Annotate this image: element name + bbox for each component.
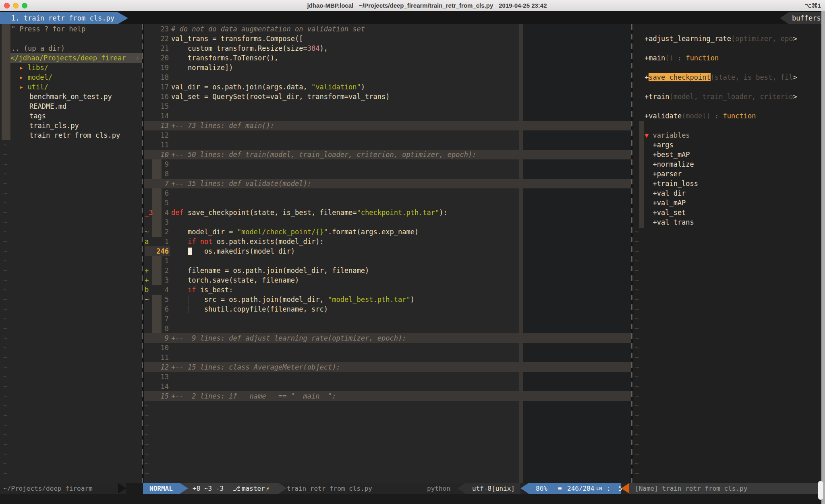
tag-item[interactable]: +train(model, train_loader, criterio> (633, 92, 825, 101)
close-button[interactable] (4, 3, 10, 8)
nerdtree-item[interactable]: ▸ model/ (0, 72, 142, 82)
tilde-marker: ~ (3, 246, 7, 256)
tag-item[interactable]: +best_mAP (633, 150, 825, 159)
code-line[interactable]: 5~ src = os.path.join(model_dir, "model_… (144, 295, 631, 304)
tag-item[interactable]: +validate(model) : function (633, 111, 825, 121)
code-line[interactable]: 23# do not do data augmentation on valid… (144, 24, 631, 34)
tag-item[interactable]: +train_loss (633, 179, 825, 188)
code-line[interactable]: 2+ filename = os.path.join(model_dir, fi… (144, 266, 631, 275)
tilde-marker: ~ (145, 401, 149, 411)
code-line[interactable]: 16val_set = QuerySet(root=val_dir, trans… (144, 92, 631, 101)
code-line[interactable]: 6 (144, 188, 631, 198)
fold-line[interactable]: 13+-- 73 lines: def main(): (144, 121, 631, 130)
line-text: def save_checkpoint(state, is_best, file… (171, 208, 448, 217)
code-line[interactable]: 19 normalize]) (144, 63, 631, 72)
macos-scrollbar-track[interactable] (821, 11, 825, 504)
code-line[interactable]: 3+ torch.save(state, filename) (144, 275, 631, 285)
scroll-percent: 86% (536, 483, 547, 494)
tag-item[interactable]: +args (633, 140, 825, 150)
tag-item[interactable]: +parser (633, 169, 825, 179)
code-line[interactable]: 22val_trans = transforms.Compose([ (144, 34, 631, 43)
code-line[interactable]: 21 custom_transform.Resize(size=384), (144, 43, 631, 53)
tag-item[interactable]: +val_trans (633, 217, 825, 227)
nerdtree-item[interactable]: train_retr_from_cls.py (0, 130, 142, 140)
line-text: torch.save(state, filename) (171, 275, 299, 285)
tilde-marker: ~ (635, 411, 639, 420)
buffers-label[interactable]: buffers (780, 12, 823, 24)
tag-item[interactable]: +val_set (633, 208, 825, 217)
code-line[interactable]: 4b if is_best: (144, 285, 631, 295)
empty-line: ~ (0, 430, 142, 440)
nerdtree-item[interactable]: ▸ libs/ (0, 63, 142, 72)
code-line[interactable]: 14 (144, 382, 631, 391)
tilde-marker: ~ (635, 227, 639, 237)
code-line[interactable]: 5 (144, 198, 631, 208)
code-line[interactable]: 246 os.makedirs(model_dir) (144, 246, 631, 256)
line-text: val_set = QuerySet(root=val_dir, transfo… (171, 92, 390, 101)
fold-line[interactable]: 7+-- 35 lines: def validate(model): (144, 179, 631, 188)
macos-scrollbar-thumb[interactable] (818, 481, 824, 500)
tilde-marker: ~ (3, 208, 7, 217)
code-line[interactable]: 12 (144, 130, 631, 140)
window-separator-left (142, 24, 143, 483)
code-line[interactable]: 1a if not os.path.exists(model_dir): (144, 237, 631, 246)
code-line[interactable]: 11 (144, 140, 631, 150)
tag-item[interactable]: +adjust_learning_rate(optimizer, epo> (633, 34, 825, 43)
line-text: filename = os.path.join(model_dir, filen… (171, 266, 369, 275)
tilde-marker: ~ (3, 411, 7, 420)
empty-line: ~ (633, 295, 825, 304)
tag-item[interactable]: +save_checkpoint(state, is_best, fil> (633, 72, 825, 82)
tag-item[interactable]: +normalize (633, 159, 825, 169)
nerdtree-item[interactable]: ▸ util/ (0, 82, 142, 92)
gutter-sign: + (145, 266, 162, 275)
tag-item[interactable]: +main() : function (633, 53, 825, 63)
fold-line[interactable]: 10+-- 50 lines: def train(model, train_l… (144, 150, 631, 159)
tilde-marker: ~ (3, 150, 7, 159)
code-line[interactable]: 1 (144, 256, 631, 266)
nerdtree-item[interactable]: .. (up a dir) (0, 43, 142, 53)
code-line[interactable]: 17val_dir = os.path.join(args.data, "val… (144, 82, 631, 92)
code-line[interactable]: 7 (144, 314, 631, 324)
empty-line: ~ (0, 266, 142, 275)
fold-line[interactable]: 12+-- 15 lines: class AverageMeter(objec… (144, 362, 631, 372)
nerdtree-item[interactable]: train_cls.py (0, 121, 142, 130)
code-line[interactable]: 9 (144, 159, 631, 169)
tilde-marker: ~ (3, 401, 7, 411)
code-line[interactable]: 10 (144, 343, 631, 353)
code-line[interactable]: 14 (144, 111, 631, 121)
tilde-marker: ~ (635, 372, 639, 382)
code-line[interactable]: 13 (144, 372, 631, 382)
code-line[interactable]: 15 (144, 101, 631, 111)
code-line[interactable]: 6 shutil.copyfile(filename, src) (144, 304, 631, 314)
zoom-button[interactable] (22, 3, 27, 8)
minimize-button[interactable] (13, 3, 19, 8)
code-line[interactable]: 3 (144, 217, 631, 227)
empty-line: ~ (0, 353, 142, 362)
code-line[interactable]: 2~ model_dir = "model/check_point/{}".fo… (144, 227, 631, 237)
tilde-marker: ~ (635, 391, 639, 401)
line-text: val_dir = os.path.join(args.data, "valid… (171, 82, 365, 92)
line-number: 19 (144, 63, 169, 72)
code-line[interactable]: 18 (144, 72, 631, 82)
nerdtree-root[interactable]: </jdhao/Projects/deep_firear (0, 53, 142, 63)
tagbar-separator-arrow-icon (621, 483, 629, 494)
nerdtree-item[interactable]: " Press ? for help (0, 24, 142, 34)
fold-line[interactable]: 15+-- 2 lines: if __name__ == "__main__"… (144, 391, 631, 401)
nerdtree-item[interactable]: tags (0, 111, 142, 121)
tag-item[interactable]: +val_mAP (633, 198, 825, 208)
nerdtree-item[interactable]: README.md (0, 101, 142, 111)
tilde-marker: ~ (635, 256, 639, 266)
fold-line[interactable]: 9+-- 9 lines: def adjust_learning_rate(o… (144, 333, 631, 343)
code-line[interactable]: 8 (144, 324, 631, 333)
tag-item[interactable]: +val_dir (633, 188, 825, 198)
code-line[interactable]: 11 (144, 353, 631, 362)
menu-icon: ≡ (558, 483, 562, 494)
code-line[interactable]: 20 transforms.ToTensor(), (144, 53, 631, 63)
code-line[interactable]: 4_3def save_checkpoint(state, is_best, f… (144, 208, 631, 217)
empty-line: ~ (633, 275, 825, 285)
code-line[interactable]: 8 (144, 169, 631, 179)
nerdtree-item[interactable]: benchmark_on_test.py (0, 92, 142, 101)
tag-item[interactable]: ▼ variables (633, 130, 825, 140)
statusline-nerdtree-path: ~/Projects/deep_firearm (3, 483, 93, 494)
tab-active[interactable]: 1. train_retr_from_cls.py (0, 12, 128, 24)
